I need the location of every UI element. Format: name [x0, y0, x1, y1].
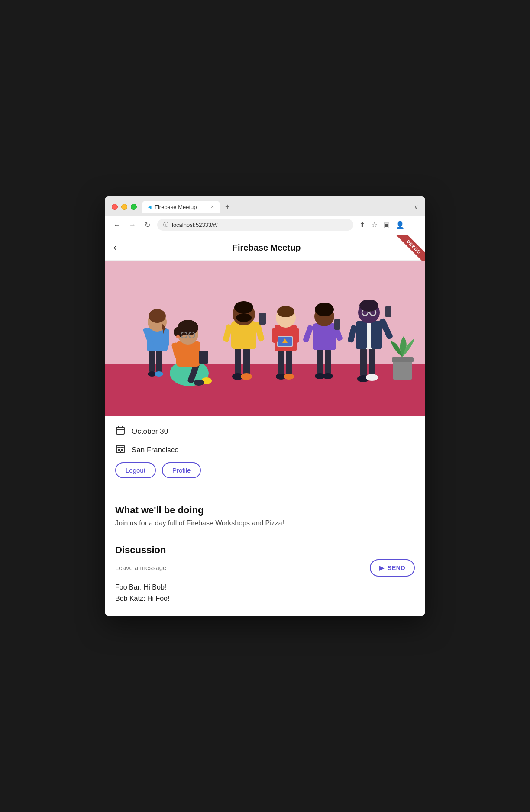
- svg-rect-84: [121, 449, 123, 451]
- address-bar[interactable]: ⓘ localhost:52333/#/: [157, 219, 353, 231]
- description-heading: What we'll be doing: [115, 505, 415, 516]
- svg-rect-3: [156, 349, 162, 373]
- svg-rect-64: [356, 321, 367, 349]
- svg-rect-48: [294, 328, 299, 343]
- svg-point-29: [241, 373, 252, 380]
- message-input-row: ▶ SEND: [115, 559, 415, 577]
- browser-titlebar: ◂ Firebase Meetup × + ∨: [105, 196, 425, 216]
- send-label: SEND: [388, 564, 405, 571]
- svg-rect-35: [259, 313, 266, 325]
- send-button[interactable]: ▶ SEND: [370, 559, 415, 577]
- svg-point-43: [277, 306, 294, 317]
- message-list: Foo Bar: Hi Bob! Bob Katz: Hi Foo!: [115, 583, 415, 603]
- list-item: Bob Katz: Hi Foo!: [115, 595, 415, 603]
- svg-rect-49: [317, 348, 323, 375]
- svg-point-14: [194, 380, 204, 386]
- browser-window: ◂ Firebase Meetup × + ∨ ← → ↻ ⓘ localhos…: [105, 196, 425, 616]
- svg-point-62: [366, 374, 378, 381]
- refresh-nav-button[interactable]: ↻: [143, 219, 152, 231]
- hero-image: [105, 261, 425, 416]
- flutter-icon: ◂: [148, 203, 151, 210]
- close-traffic-light[interactable]: [112, 204, 118, 210]
- browser-tabs: ◂ Firebase Meetup × + ∨: [142, 201, 418, 213]
- date-row: October 30: [115, 425, 415, 438]
- browser-addressbar: ← → ↻ ⓘ localhost:52333/#/ ⬆ ☆ ▣ 👤 ⋮: [105, 216, 425, 235]
- message-input[interactable]: [115, 561, 365, 575]
- svg-rect-65: [371, 321, 382, 349]
- svg-point-5: [155, 371, 163, 377]
- svg-rect-60: [369, 347, 375, 377]
- event-date: October 30: [132, 427, 168, 436]
- maximize-traffic-light[interactable]: [131, 204, 137, 210]
- building-icon: [115, 444, 126, 456]
- menu-icon[interactable]: ⋮: [410, 220, 418, 230]
- info-icon: ⓘ: [163, 221, 168, 229]
- svg-rect-10: [164, 329, 169, 346]
- svg-rect-24: [199, 351, 208, 364]
- calendar-icon: [115, 425, 126, 438]
- svg-point-52: [323, 373, 333, 379]
- svg-rect-85: [120, 451, 121, 453]
- svg-rect-26: [235, 347, 241, 375]
- list-item: Foo Bar: Hi Bob!: [115, 583, 415, 591]
- svg-rect-72: [385, 306, 391, 317]
- svg-point-70: [359, 300, 378, 312]
- active-tab[interactable]: ◂ Firebase Meetup ×: [142, 201, 220, 213]
- svg-rect-38: [286, 349, 292, 375]
- svg-rect-37: [278, 349, 284, 375]
- discussion-heading: Discussion: [115, 545, 415, 556]
- browser-actions: ⬆ ☆ ▣ 👤 ⋮: [359, 220, 418, 230]
- location-row: San Francisco: [115, 444, 415, 456]
- back-button[interactable]: ‹: [113, 242, 116, 253]
- traffic-lights: [112, 204, 137, 210]
- svg-rect-47: [272, 328, 278, 343]
- bookmark-icon[interactable]: ☆: [370, 220, 378, 230]
- sidebar-icon[interactable]: ▣: [382, 220, 391, 230]
- tab-close-button[interactable]: ×: [211, 204, 214, 210]
- app-title: Firebase Meetup: [116, 243, 417, 253]
- tab-title: Firebase Meetup: [155, 204, 197, 210]
- svg-point-8: [149, 309, 166, 323]
- svg-rect-58: [334, 319, 340, 330]
- svg-point-22: [176, 335, 180, 338]
- svg-point-40: [284, 374, 294, 380]
- svg-point-33: [236, 313, 252, 322]
- svg-rect-50: [325, 348, 331, 375]
- svg-rect-75: [392, 357, 414, 362]
- svg-rect-27: [243, 347, 250, 375]
- minimize-traffic-light[interactable]: [121, 204, 127, 210]
- svg-rect-76: [116, 427, 124, 434]
- section-divider: [105, 496, 425, 496]
- hero-illustration: [105, 261, 425, 416]
- app-header: ‹ Firebase Meetup DEBUG: [105, 235, 425, 261]
- svg-point-32: [234, 301, 253, 313]
- description-body: Join us for a day full of Firebase Works…: [115, 519, 415, 527]
- discussion-section: Discussion ▶ SEND Foo Bar: Hi Bob! Bob K…: [105, 543, 425, 616]
- event-location: San Francisco: [132, 446, 179, 454]
- share-icon[interactable]: ⬆: [359, 220, 366, 230]
- send-icon: ▶: [379, 564, 385, 571]
- forward-nav-button[interactable]: →: [127, 219, 138, 231]
- svg-rect-59: [360, 347, 367, 377]
- logout-button[interactable]: Logout: [115, 462, 156, 478]
- svg-rect-2: [149, 349, 155, 373]
- profile-button[interactable]: Profile: [162, 462, 201, 478]
- new-tab-button[interactable]: +: [222, 202, 233, 213]
- back-nav-button[interactable]: ←: [112, 219, 122, 231]
- description-section: What we'll be doing Join us for a day fu…: [105, 503, 425, 543]
- svg-point-55: [315, 303, 334, 316]
- event-details: October 30 San Francisco: [105, 416, 425, 489]
- address-text: localhost:52333/#/: [172, 222, 218, 228]
- tab-chevron-icon: ∨: [414, 203, 418, 210]
- profile-icon[interactable]: 👤: [395, 220, 405, 230]
- app-content: ‹ Firebase Meetup DEBUG: [105, 235, 425, 616]
- action-buttons: Logout Profile: [115, 462, 415, 478]
- svg-rect-83: [118, 449, 120, 451]
